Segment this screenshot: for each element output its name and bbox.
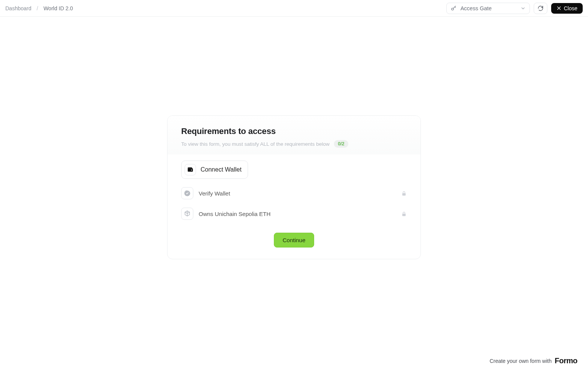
requirement-label: Owns Unichain Sepolia ETH xyxy=(199,211,270,217)
breadcrumb: Dashboard / World ID 2.0 xyxy=(5,5,73,11)
verify-icon xyxy=(181,187,193,199)
footer: Create your own form with Formo xyxy=(490,356,577,365)
breadcrumb-root[interactable]: Dashboard xyxy=(5,5,32,11)
close-icon xyxy=(556,6,561,11)
top-actions: Access Gate Close xyxy=(446,3,583,14)
svg-rect-3 xyxy=(191,170,192,170)
svg-rect-5 xyxy=(402,213,406,216)
refresh-icon xyxy=(537,5,544,11)
connect-wallet-button[interactable]: Connect Wallet xyxy=(181,161,248,179)
access-gate-select-label: Access Gate xyxy=(460,5,492,11)
progress-badge: 0/2 xyxy=(334,140,348,148)
chevron-down-icon xyxy=(520,6,526,11)
close-button[interactable]: Close xyxy=(551,3,583,14)
requirements-card: Requirements to access To view this form… xyxy=(167,115,421,259)
close-button-label: Close xyxy=(564,5,577,11)
refresh-button[interactable] xyxy=(534,3,547,14)
breadcrumb-separator: / xyxy=(37,5,38,11)
topbar: Dashboard / World ID 2.0 Access Gate xyxy=(0,0,588,17)
card-header: Requirements to access To view this form… xyxy=(168,116,420,154)
key-icon xyxy=(450,5,457,11)
svg-rect-4 xyxy=(402,193,406,195)
token-icon xyxy=(181,208,193,220)
requirement-item: Verify Wallet xyxy=(181,187,407,199)
wallet-icon xyxy=(185,164,196,175)
connect-wallet-label: Connect Wallet xyxy=(201,166,242,173)
card-title: Requirements to access xyxy=(181,126,407,136)
footer-brand[interactable]: Formo xyxy=(555,356,577,365)
card-subtitle: To view this form, you must satisfy ALL … xyxy=(181,141,329,147)
breadcrumb-current: World ID 2.0 xyxy=(43,5,73,11)
lock-icon xyxy=(401,211,407,217)
lock-icon xyxy=(401,191,407,196)
footer-text: Create your own form with xyxy=(490,358,552,364)
continue-button[interactable]: Continue xyxy=(274,233,314,247)
requirement-item: Owns Unichain Sepolia ETH xyxy=(181,208,407,220)
access-gate-select[interactable]: Access Gate xyxy=(446,3,530,14)
card-body: Connect Wallet Verify Wallet Owns Unicha… xyxy=(168,154,420,259)
requirement-label: Verify Wallet xyxy=(199,190,230,197)
main: Requirements to access To view this form… xyxy=(0,17,588,259)
